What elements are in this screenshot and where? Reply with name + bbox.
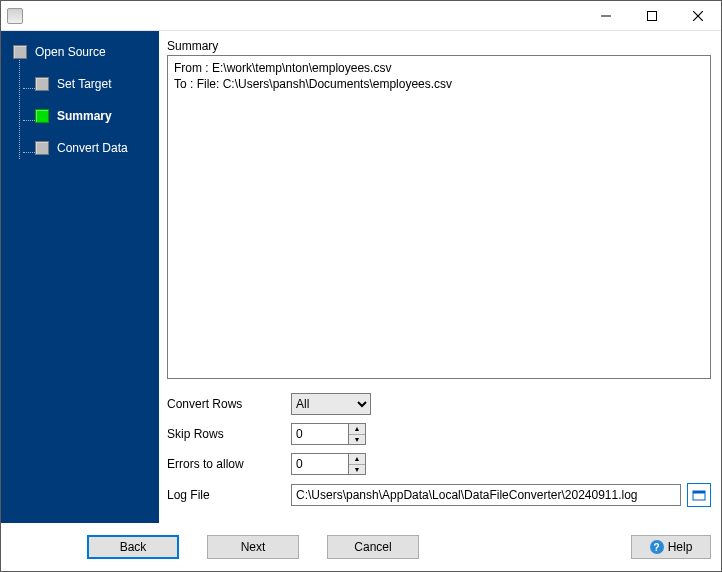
spinner-down-icon[interactable]: ▼ bbox=[349, 465, 365, 475]
main-panel: Summary From : E:\work\temp\nton\employe… bbox=[159, 31, 721, 523]
summary-heading: Summary bbox=[167, 39, 711, 53]
help-button-label: Help bbox=[668, 540, 693, 554]
skip-rows-spinner[interactable]: ▲ ▼ bbox=[291, 423, 366, 445]
spinner-down-icon[interactable]: ▼ bbox=[349, 435, 365, 445]
sidebar-step-label: Open Source bbox=[35, 45, 106, 59]
step-marker-icon bbox=[35, 77, 49, 91]
sidebar-step-convert-data[interactable]: Convert Data bbox=[1, 137, 159, 159]
tree-branch bbox=[23, 111, 35, 121]
browse-log-button[interactable] bbox=[687, 483, 711, 507]
log-file-input[interactable] bbox=[291, 484, 681, 506]
back-button-label: Back bbox=[120, 540, 147, 554]
wizard-sidebar: Open Source Set Target Summary Convert D… bbox=[1, 31, 159, 523]
app-window: Open Source Set Target Summary Convert D… bbox=[0, 0, 722, 572]
sidebar-step-label: Summary bbox=[57, 109, 112, 123]
spinner-up-icon[interactable]: ▲ bbox=[349, 424, 365, 435]
svg-rect-5 bbox=[693, 491, 705, 494]
sidebar-step-label: Set Target bbox=[57, 77, 111, 91]
titlebar bbox=[1, 1, 721, 31]
cancel-button-label: Cancel bbox=[354, 540, 391, 554]
app-icon bbox=[7, 8, 23, 24]
errors-allow-label: Errors to allow bbox=[167, 457, 291, 471]
help-button[interactable]: ? Help bbox=[631, 535, 711, 559]
convert-rows-label: Convert Rows bbox=[167, 397, 291, 411]
errors-allow-spinner[interactable]: ▲ ▼ bbox=[291, 453, 366, 475]
cancel-button[interactable]: Cancel bbox=[327, 535, 419, 559]
errors-allow-input[interactable] bbox=[292, 454, 348, 474]
sidebar-step-open-source[interactable]: Open Source bbox=[1, 41, 159, 63]
close-icon bbox=[693, 11, 703, 21]
sidebar-step-set-target[interactable]: Set Target bbox=[1, 73, 159, 95]
maximize-icon bbox=[647, 11, 657, 21]
back-button[interactable]: Back bbox=[87, 535, 179, 559]
step-marker-icon bbox=[35, 109, 49, 123]
step-marker-icon bbox=[13, 45, 27, 59]
svg-rect-1 bbox=[648, 11, 657, 20]
summary-from-line: From : E:\work\temp\nton\employees.csv bbox=[174, 60, 704, 76]
minimize-icon bbox=[601, 11, 611, 21]
browse-icon bbox=[692, 488, 706, 502]
sidebar-step-summary[interactable]: Summary bbox=[1, 105, 159, 127]
summary-to-line: To : File: C:\Users\pansh\Documents\empl… bbox=[174, 76, 704, 92]
log-file-label: Log File bbox=[167, 488, 291, 502]
help-icon: ? bbox=[650, 540, 664, 554]
wizard-footer: Back Next Cancel ? Help bbox=[1, 523, 721, 571]
skip-rows-input[interactable] bbox=[292, 424, 348, 444]
options-fields: Convert Rows All Skip Rows ▲ ▼ bbox=[167, 393, 711, 515]
maximize-button[interactable] bbox=[629, 1, 675, 31]
spinner-up-icon[interactable]: ▲ bbox=[349, 454, 365, 465]
close-button[interactable] bbox=[675, 1, 721, 31]
summary-textarea[interactable]: From : E:\work\temp\nton\employees.csv T… bbox=[167, 55, 711, 379]
convert-rows-select[interactable]: All bbox=[291, 393, 371, 415]
tree-branch bbox=[23, 79, 35, 89]
next-button-label: Next bbox=[241, 540, 266, 554]
tree-branch bbox=[23, 143, 35, 153]
skip-rows-label: Skip Rows bbox=[167, 427, 291, 441]
minimize-button[interactable] bbox=[583, 1, 629, 31]
sidebar-step-label: Convert Data bbox=[57, 141, 128, 155]
step-marker-icon bbox=[35, 141, 49, 155]
next-button[interactable]: Next bbox=[207, 535, 299, 559]
